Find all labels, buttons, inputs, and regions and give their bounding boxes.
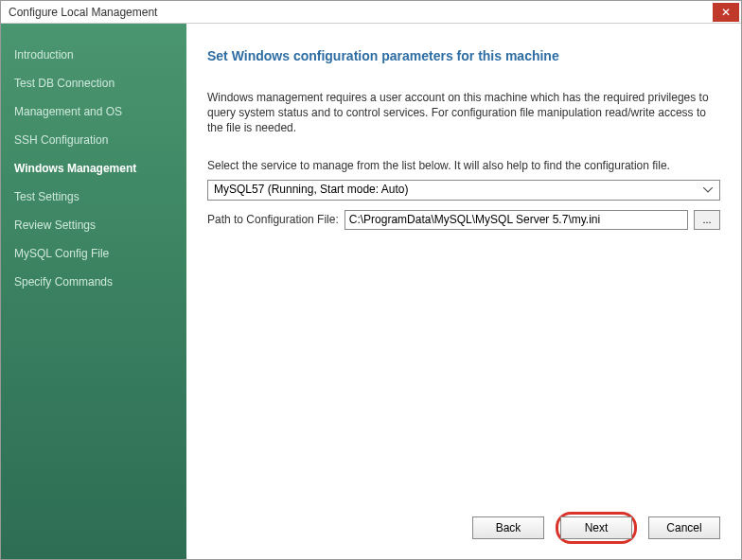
description-text: Windows management requires a user accou… bbox=[207, 90, 720, 136]
service-select-label: Select the service to manage from the li… bbox=[207, 159, 720, 172]
sidebar-item-review-settings[interactable]: Review Settings bbox=[1, 211, 186, 239]
cancel-button-label: Cancel bbox=[666, 521, 701, 534]
main-panel: Set Windows configuration parameters for… bbox=[186, 24, 741, 559]
sidebar-item-label: MySQL Config File bbox=[14, 247, 109, 260]
sidebar-item-label: Test DB Connection bbox=[14, 77, 115, 90]
cancel-button[interactable]: Cancel bbox=[648, 516, 720, 539]
service-select-value: MySQL57 (Running, Start mode: Auto) bbox=[214, 183, 408, 196]
config-path-label: Path to Configuration File: bbox=[207, 213, 339, 226]
sidebar-item-test-settings[interactable]: Test Settings bbox=[1, 183, 186, 211]
titlebar: Configure Local Management ✕ bbox=[1, 1, 741, 24]
sidebar-item-label: Specify Commands bbox=[14, 275, 113, 289]
sidebar-item-specify-commands[interactable]: Specify Commands bbox=[1, 268, 186, 296]
footer-buttons: Back Next Cancel bbox=[472, 512, 720, 544]
window-title: Configure Local Management bbox=[9, 6, 157, 19]
service-select-row: MySQL57 (Running, Start mode: Auto) bbox=[207, 180, 720, 201]
sidebar-item-label: Introduction bbox=[14, 48, 74, 61]
page-title: Set Windows configuration parameters for… bbox=[207, 48, 720, 63]
browse-button-label: ... bbox=[702, 214, 711, 225]
sidebar-item-label: SSH Configuration bbox=[14, 133, 108, 147]
sidebar-item-label: Review Settings bbox=[14, 219, 96, 232]
next-button[interactable]: Next bbox=[560, 516, 632, 539]
config-path-row: Path to Configuration File: ... bbox=[207, 210, 720, 230]
sidebar: Introduction Test DB Connection Manageme… bbox=[1, 24, 186, 559]
sidebar-item-mysql-config-file[interactable]: MySQL Config File bbox=[1, 239, 186, 268]
sidebar-item-management-and-os[interactable]: Management and OS bbox=[1, 97, 186, 126]
wizard-window: Configure Local Management ✕ Introductio… bbox=[0, 0, 742, 560]
sidebar-item-test-db-connection[interactable]: Test DB Connection bbox=[1, 69, 186, 97]
close-icon: ✕ bbox=[721, 6, 731, 19]
sidebar-item-label: Windows Management bbox=[14, 162, 136, 175]
browse-button[interactable]: ... bbox=[694, 210, 720, 230]
highlight-annotation: Next bbox=[556, 512, 637, 544]
sidebar-item-label: Management and OS bbox=[14, 105, 122, 118]
sidebar-item-windows-management[interactable]: Windows Management bbox=[1, 154, 186, 183]
back-button[interactable]: Back bbox=[472, 516, 544, 539]
config-path-input[interactable] bbox=[344, 210, 688, 230]
next-button-label: Next bbox=[585, 521, 609, 534]
sidebar-item-label: Test Settings bbox=[14, 190, 80, 203]
sidebar-item-introduction[interactable]: Introduction bbox=[1, 41, 186, 69]
service-select[interactable]: MySQL57 (Running, Start mode: Auto) bbox=[207, 180, 720, 201]
close-button[interactable]: ✕ bbox=[713, 3, 739, 22]
sidebar-item-ssh-configuration[interactable]: SSH Configuration bbox=[1, 126, 186, 154]
body: Introduction Test DB Connection Manageme… bbox=[1, 24, 741, 559]
back-button-label: Back bbox=[496, 521, 521, 534]
